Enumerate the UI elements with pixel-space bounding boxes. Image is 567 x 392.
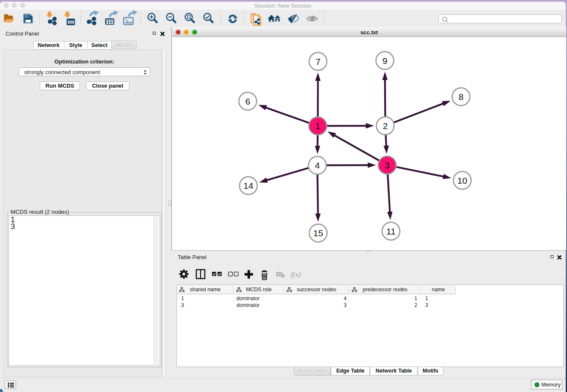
svg-text:14: 14: [243, 181, 253, 190]
svg-text:4: 4: [315, 160, 320, 170]
svg-text:11: 11: [386, 226, 396, 236]
svg-text:2: 2: [383, 121, 388, 131]
svg-text:8: 8: [459, 92, 464, 102]
svg-text:3: 3: [385, 160, 390, 170]
svg-text:7: 7: [316, 57, 321, 66]
svg-text:6: 6: [245, 97, 250, 106]
svg-text:9: 9: [383, 56, 388, 66]
svg-text:1: 1: [315, 121, 320, 131]
svg-text:15: 15: [313, 228, 323, 238]
svg-text:f(x): f(x): [291, 271, 301, 279]
svg-text:10: 10: [457, 176, 467, 185]
